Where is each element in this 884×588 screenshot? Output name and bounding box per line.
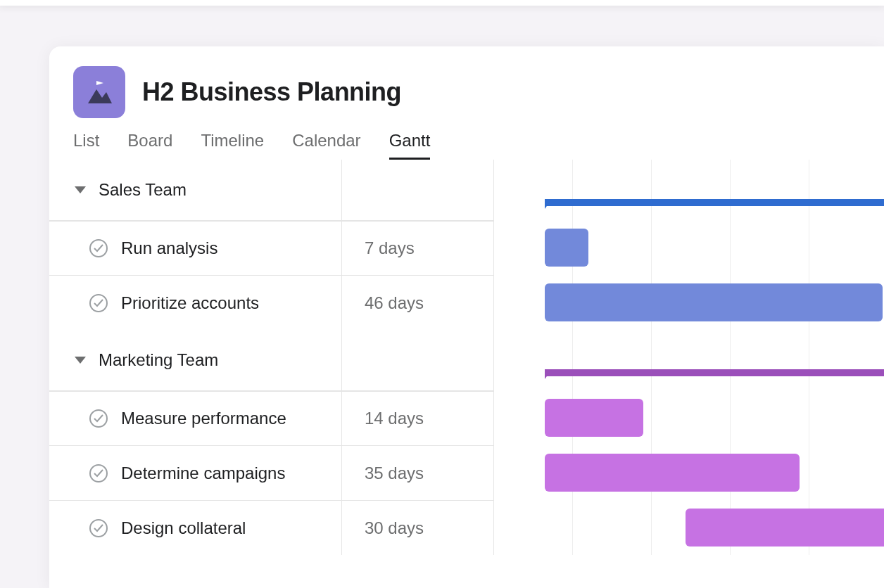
group-bar-marketing[interactable] xyxy=(545,369,884,376)
tab-board[interactable]: Board xyxy=(127,131,172,160)
task-name: Run analysis xyxy=(121,238,217,258)
task-name: Determine campaigns xyxy=(121,464,285,483)
parent-window-chrome xyxy=(0,0,884,6)
tab-list[interactable]: List xyxy=(73,131,99,160)
task-duration: 35 days xyxy=(342,446,493,500)
group-bar-sales[interactable] xyxy=(545,199,884,206)
svg-point-2 xyxy=(90,410,107,427)
chevron-down-icon[interactable] xyxy=(75,186,86,193)
check-circle-icon[interactable] xyxy=(89,518,108,538)
group-duration-cell xyxy=(342,160,493,220)
gantt-timeline[interactable] xyxy=(494,160,884,555)
gantt-task-list: Sales Team Run analysis 7 days Prioritiz… xyxy=(49,160,494,555)
gantt-view: Sales Team Run analysis 7 days Prioritiz… xyxy=(49,160,884,555)
task-bar[interactable] xyxy=(545,283,883,321)
mountain-flag-icon xyxy=(84,77,115,108)
task-name: Measure performance xyxy=(121,409,286,428)
task-bar[interactable] xyxy=(686,509,884,547)
svg-point-3 xyxy=(90,465,107,482)
task-name: Prioritize accounts xyxy=(121,293,259,313)
group-row-sales[interactable]: Sales Team xyxy=(49,160,493,220)
project-title: H2 Business Planning xyxy=(142,77,401,107)
task-duration: 14 days xyxy=(342,392,493,445)
check-circle-icon[interactable] xyxy=(89,464,108,483)
tab-gantt[interactable]: Gantt xyxy=(389,131,431,160)
chevron-down-icon[interactable] xyxy=(75,357,86,364)
tab-timeline[interactable]: Timeline xyxy=(201,131,264,160)
task-name: Design collateral xyxy=(121,518,246,538)
group-row-marketing[interactable]: Marketing Team xyxy=(49,330,493,390)
svg-point-4 xyxy=(90,520,107,537)
project-header: H2 Business Planning xyxy=(49,46,884,131)
group-duration-cell xyxy=(342,330,493,390)
group-name: Marketing Team xyxy=(99,350,218,370)
task-row[interactable]: Measure performance 14 days xyxy=(49,390,493,445)
task-duration: 46 days xyxy=(342,276,493,330)
svg-point-0 xyxy=(90,240,107,257)
project-card: H2 Business Planning List Board Timeline… xyxy=(49,46,884,588)
task-bar[interactable] xyxy=(545,399,643,437)
view-tabs: List Board Timeline Calendar Gantt xyxy=(49,131,884,160)
svg-point-1 xyxy=(90,295,107,312)
task-bar[interactable] xyxy=(545,229,588,267)
task-row[interactable]: Determine campaigns 35 days xyxy=(49,445,493,500)
task-row[interactable]: Prioritize accounts 46 days xyxy=(49,275,493,330)
check-circle-icon[interactable] xyxy=(89,238,108,258)
task-duration: 30 days xyxy=(342,501,493,555)
check-circle-icon[interactable] xyxy=(89,409,108,428)
tab-calendar[interactable]: Calendar xyxy=(292,131,360,160)
task-row[interactable]: Run analysis 7 days xyxy=(49,220,493,275)
check-circle-icon[interactable] xyxy=(89,293,108,313)
task-row[interactable]: Design collateral 30 days xyxy=(49,500,493,555)
task-bar[interactable] xyxy=(545,454,800,492)
project-icon[interactable] xyxy=(73,66,125,118)
task-duration: 7 days xyxy=(342,222,493,275)
group-name: Sales Team xyxy=(99,180,187,200)
